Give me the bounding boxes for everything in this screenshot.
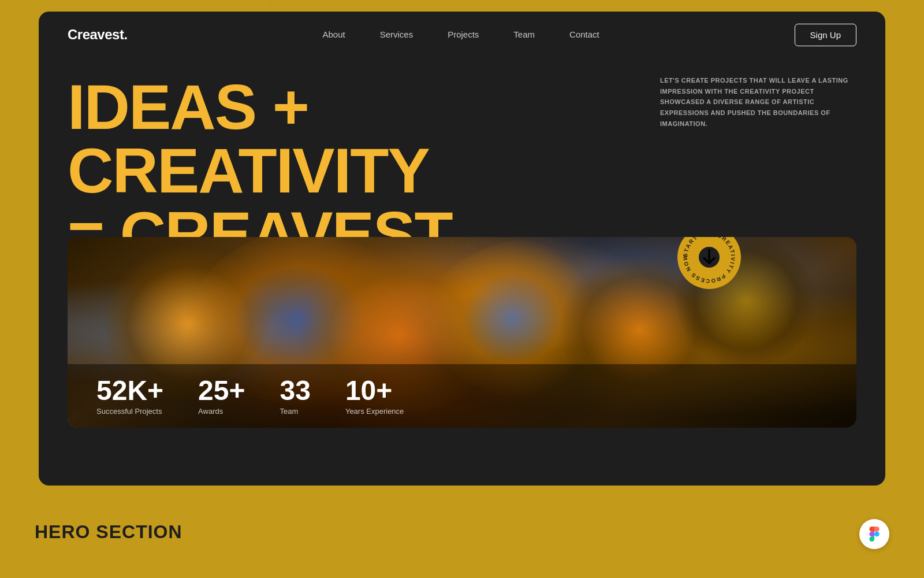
figma-logo-icon [867, 527, 882, 542]
nav-links: About Services Projects Team Contact [322, 29, 599, 40]
nav-item-projects[interactable]: Projects [448, 29, 479, 40]
stat-number-awards: 25+ [198, 377, 245, 405]
nav-link-services[interactable]: Services [380, 29, 413, 39]
nav-item-contact[interactable]: Contact [569, 29, 599, 40]
stat-number-experience: 10+ [345, 377, 404, 405]
hero-image: 52K+ Successful Projects 25+ Awards 33 T… [68, 237, 856, 428]
hero-content: IDEAS + CREATIVITY = CREAVEST LET'S CREA… [39, 58, 885, 266]
bottom-bar-title: HERO SECTION [35, 521, 182, 543]
nav-item-team[interactable]: Team [513, 29, 535, 40]
nav-link-about[interactable]: About [322, 29, 345, 39]
hero-section: IDEAS + CREATIVITY = CREAVEST LET'S CREA… [39, 58, 885, 486]
logo: Creavest. [68, 27, 128, 43]
stat-number-team: 33 [280, 377, 311, 405]
nav-item-about[interactable]: About [322, 29, 345, 40]
arrow-down-icon [699, 247, 720, 268]
stat-item-team: 33 Team [280, 377, 311, 416]
stat-label-awards: Awards [198, 407, 245, 416]
nav-item-services[interactable]: Services [380, 29, 413, 40]
nav-link-team[interactable]: Team [513, 29, 535, 39]
hero-description: LET'S CREATE PROJECTS THAT WILL LEAVE A … [660, 75, 856, 129]
signup-button[interactable]: Sign Up [795, 24, 856, 46]
figma-icon[interactable] [859, 519, 889, 549]
stat-label-experience: Years Experience [345, 407, 404, 416]
stat-label-projects: Successful Projects [96, 407, 163, 416]
stat-item-experience: 10+ Years Experience [345, 377, 404, 416]
circular-badge[interactable]: START THE CREATIVITY PROCESS NOW LET'S • [677, 237, 741, 289]
nav-link-projects[interactable]: Projects [448, 29, 479, 39]
stat-label-team: Team [280, 407, 311, 416]
stat-item-projects: 52K+ Successful Projects [96, 377, 163, 416]
main-card: Creavest. About Services Projects Team C… [39, 12, 885, 486]
stat-number-projects: 52K+ [96, 377, 163, 405]
nav-link-contact[interactable]: Contact [569, 29, 599, 39]
bottom-bar: HERO SECTION [0, 486, 924, 578]
stats-bar: 52K+ Successful Projects 25+ Awards 33 T… [68, 364, 856, 428]
navbar: Creavest. About Services Projects Team C… [39, 12, 885, 58]
hero-title-line1: IDEAS + CREATIVITY [68, 71, 429, 206]
badge-arrow [699, 247, 720, 268]
stat-item-awards: 25+ Awards [198, 377, 245, 416]
